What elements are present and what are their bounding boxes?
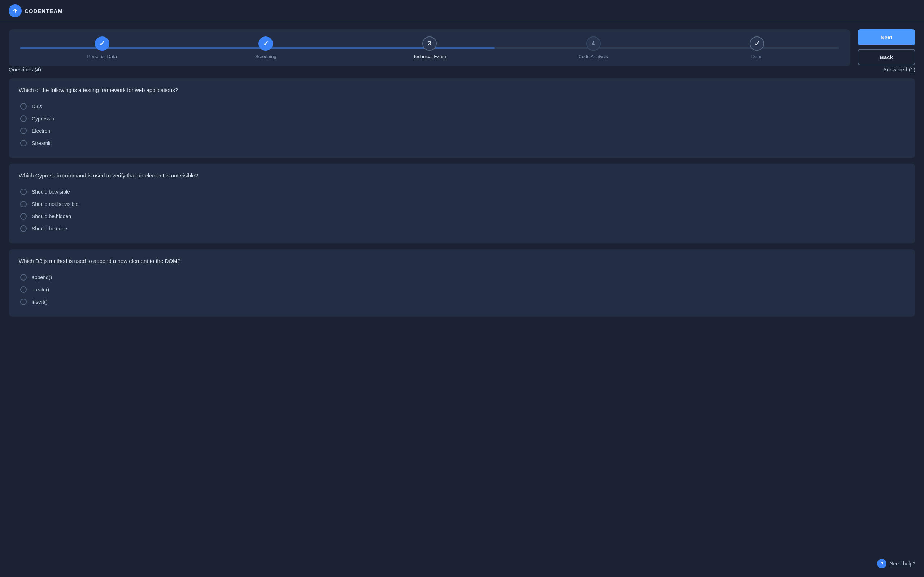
option-label-q1-d: Streamlit	[32, 140, 52, 146]
radio-q1-b[interactable]	[20, 115, 27, 122]
radio-q3-b[interactable]	[20, 286, 27, 293]
logo-icon	[9, 4, 22, 17]
option-q3-c[interactable]: insert()	[19, 296, 905, 308]
step-circle-screening: ✓	[258, 36, 273, 51]
question-card-3: Which D3.js method is used to append a n…	[9, 249, 915, 317]
step-done[interactable]: ✓ Done	[675, 36, 839, 59]
option-label-q1-a: D3js	[32, 103, 42, 109]
step-personal-data[interactable]: ✓ Personal Data	[20, 36, 184, 59]
step-number-technical-exam: 3	[428, 40, 431, 47]
radio-q2-b[interactable]	[20, 201, 27, 207]
option-label-q3-a: append()	[32, 274, 52, 280]
option-label-q1-b: Cypressio	[32, 116, 54, 121]
option-label-q3-b: create()	[32, 287, 49, 292]
step-circle-technical-exam: 3	[422, 36, 437, 51]
step-number-code-analysis: 4	[591, 40, 595, 47]
radio-q3-a[interactable]	[20, 274, 27, 280]
step-code-analysis[interactable]: 4 Code Analysis	[512, 36, 675, 59]
checkmark-personal-data: ✓	[99, 40, 105, 48]
answered-count: Answered (1)	[883, 66, 915, 73]
step-technical-exam[interactable]: 3 Technical Exam	[347, 36, 512, 59]
option-label-q2-c: Should.be.hidden	[32, 213, 71, 219]
logo-area: CODENTEAM	[9, 4, 63, 17]
option-label-q2-b: Should.not.be.visible	[32, 201, 78, 207]
header: CODENTEAM	[0, 0, 924, 22]
logo-text: CODENTEAM	[24, 8, 63, 14]
option-label-q1-c: Electron	[32, 128, 50, 134]
step-circle-code-analysis: 4	[586, 36, 601, 51]
radio-q1-d[interactable]	[20, 140, 27, 147]
radio-q1-a[interactable]	[20, 103, 27, 110]
question-text-2: Which Cypress.io command is used to veri…	[19, 172, 905, 179]
question-card-1: Which of the following is a testing fram…	[9, 78, 915, 158]
option-label-q2-d: Should be none	[32, 226, 67, 232]
back-button[interactable]: Back	[858, 49, 915, 65]
option-q3-b[interactable]: create()	[19, 284, 905, 296]
radio-q2-c[interactable]	[20, 213, 27, 220]
option-label-q2-a: Should.be.visible	[32, 189, 70, 195]
radio-q2-d[interactable]	[20, 226, 27, 232]
stepper-wrapper: ✓ Personal Data ✓ Screening 3 Technical …	[20, 36, 839, 59]
next-button[interactable]: Next	[858, 29, 915, 45]
option-q2-c[interactable]: Should.be.hidden	[19, 210, 905, 222]
option-label-q3-c: insert()	[32, 299, 48, 305]
radio-q1-c[interactable]	[20, 128, 27, 134]
option-q1-c[interactable]: Electron	[19, 125, 905, 137]
top-section: ✓ Personal Data ✓ Screening 3 Technical …	[0, 22, 924, 66]
step-circle-done: ✓	[750, 36, 764, 51]
question-card-2: Which Cypress.io command is used to veri…	[9, 164, 915, 243]
help-link[interactable]: Need help?	[889, 561, 915, 567]
questions-count: Questions (4)	[9, 66, 41, 73]
radio-q2-a[interactable]	[20, 189, 27, 195]
option-q1-b[interactable]: Cypressio	[19, 113, 905, 125]
radio-q3-c[interactable]	[20, 298, 27, 305]
questions-header: Questions (4) Answered (1)	[0, 66, 924, 73]
checkmark-done: ✓	[754, 40, 760, 48]
checkmark-screening: ✓	[263, 40, 268, 48]
step-label-done: Done	[751, 54, 762, 59]
option-q1-d[interactable]: Streamlit	[19, 137, 905, 149]
option-q2-b[interactable]: Should.not.be.visible	[19, 198, 905, 210]
step-label-code-analysis: Code Analysis	[578, 54, 608, 59]
nav-buttons: Next Back	[858, 29, 915, 65]
step-label-technical-exam: Technical Exam	[413, 54, 446, 59]
help-section: ? Need help?	[877, 559, 915, 568]
help-icon: ?	[877, 559, 887, 568]
step-label-personal-data: Personal Data	[87, 54, 117, 59]
option-q1-a[interactable]: D3js	[19, 100, 905, 113]
stepper-section: ✓ Personal Data ✓ Screening 3 Technical …	[9, 29, 850, 66]
step-label-screening: Screening	[255, 54, 276, 59]
step-screening[interactable]: ✓ Screening	[184, 36, 348, 59]
question-text-1: Which of the following is a testing fram…	[19, 87, 905, 93]
option-q2-a[interactable]: Should.be.visible	[19, 186, 905, 198]
option-q2-d[interactable]: Should be none	[19, 222, 905, 235]
question-text-3: Which D3.js method is used to append a n…	[19, 258, 905, 264]
step-circle-personal-data: ✓	[95, 36, 109, 51]
option-q3-a[interactable]: append()	[19, 271, 905, 284]
